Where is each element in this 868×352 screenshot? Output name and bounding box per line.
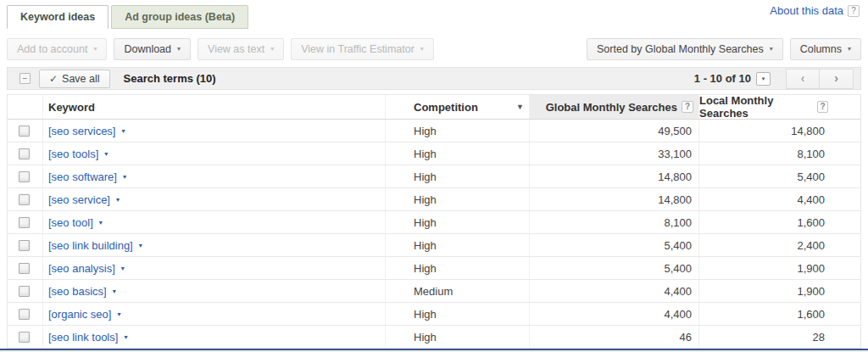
keyword-link[interactable]: [seo service] — [48, 193, 110, 206]
help-icon[interactable]: ? — [817, 101, 828, 113]
row-checkbox[interactable] — [19, 217, 30, 228]
table-row: [seo software]▾ High 14,800 5,400 — [8, 165, 860, 188]
keyword-link[interactable]: [seo link building] — [48, 239, 133, 252]
table-row: [seo link tools]▾ High 46 28 — [8, 326, 860, 349]
header-competition[interactable]: Competition ▼ — [386, 95, 530, 119]
keyword-menu-icon[interactable]: ▾ — [99, 219, 103, 226]
view-as-text-button[interactable]: View as text ▾ — [198, 38, 284, 60]
local-searches-cell: 1,900 — [699, 257, 860, 279]
table-header-row: Keyword Competition ▼ Global Monthly Sea… — [8, 95, 860, 120]
help-icon[interactable]: ? — [682, 101, 693, 113]
keyword-menu-icon[interactable]: ▾ — [113, 288, 116, 295]
row-checkbox[interactable] — [19, 263, 30, 274]
header-competition-label: Competition — [414, 101, 478, 114]
bottom-divider — [0, 349, 868, 352]
keyword-link[interactable]: [seo link tools] — [48, 331, 118, 344]
keyword-link[interactable]: [seo tool] — [48, 216, 93, 229]
columns-button[interactable]: Columns ▾ — [790, 38, 861, 60]
keyword-menu-icon[interactable]: ▾ — [121, 265, 125, 272]
pagination-buttons: ‹ › — [786, 69, 854, 89]
competition-cell: High — [386, 257, 530, 279]
help-icon[interactable]: ? — [848, 5, 860, 17]
competition-cell: Medium — [386, 280, 530, 302]
row-checkbox[interactable] — [19, 240, 30, 251]
keyword-menu-icon[interactable]: ▾ — [104, 150, 108, 158]
keyword-menu-icon[interactable]: ▾ — [121, 127, 125, 135]
competition-cell: High — [386, 303, 530, 325]
table-row: [seo link building]▾ High 5,400 2,400 — [8, 234, 860, 257]
next-page-button[interactable]: › — [820, 69, 854, 89]
chevron-down-icon: ▾ — [270, 46, 274, 53]
local-searches-cell: 4,400 — [699, 188, 860, 210]
pagination: 1 - 10 of 10 ▾ ‹ › — [694, 69, 855, 89]
header-local-label: Local Monthly Searches — [699, 94, 813, 120]
tab-ad-group-ideas[interactable]: Ad group ideas (Beta) — [111, 5, 248, 29]
keyword-menu-icon[interactable]: ▾ — [124, 333, 127, 341]
save-all-button[interactable]: ✓ Save all — [39, 70, 110, 88]
global-searches-cell: 33,100 — [530, 142, 699, 165]
global-searches-cell: 4,400 — [530, 303, 699, 325]
top-tab-bar: Keyword ideas Ad group ideas (Beta) Abou… — [0, 0, 868, 29]
local-searches-cell: 8,100 — [699, 142, 860, 165]
competition-cell: High — [386, 142, 530, 165]
local-searches-cell: 1,900 — [699, 280, 860, 302]
keyword-link[interactable]: [seo tools] — [48, 148, 98, 160]
table-row: [organic seo]▾ High 4,400 1,600 — [8, 303, 860, 326]
keyword-link[interactable]: [seo services] — [48, 125, 115, 137]
keyword-link[interactable]: [seo software] — [48, 170, 117, 183]
competition-cell: High — [386, 188, 530, 210]
competition-cell: High — [386, 211, 530, 233]
row-checkbox[interactable] — [19, 194, 30, 205]
keyword-menu-icon[interactable]: ▾ — [123, 173, 126, 181]
view-in-traffic-estimator-button[interactable]: View in Traffic Estimator ▾ — [291, 38, 434, 60]
sorted-by-label: Sorted by Global Monthly Searches — [597, 43, 764, 55]
collapse-icon[interactable]: − — [19, 73, 31, 84]
header-global-label: Global Monthly Searches — [546, 101, 677, 114]
local-searches-cell: 14,800 — [699, 120, 860, 142]
page-size-dropdown[interactable]: ▾ — [756, 72, 771, 86]
row-checkbox[interactable] — [19, 309, 30, 320]
about-this-data-link[interactable]: About this data — [770, 4, 843, 17]
chevron-down-icon: ▾ — [848, 46, 851, 53]
global-searches-cell: 49,500 — [530, 120, 699, 142]
add-to-account-button[interactable]: Add to account ▾ — [7, 38, 107, 60]
chevron-down-icon: ▾ — [177, 46, 181, 53]
table-row: [seo services]▾ High 49,500 14,800 — [8, 120, 860, 142]
download-button[interactable]: Download ▾ — [114, 38, 191, 60]
save-all-label: Save all — [62, 73, 99, 85]
local-searches-cell: 1,600 — [699, 211, 860, 233]
columns-label: Columns — [800, 43, 842, 55]
table-row: [seo tool]▾ High 8,100 1,600 — [8, 211, 860, 234]
keyword-menu-icon[interactable]: ▾ — [139, 242, 142, 249]
keyword-link[interactable]: [organic seo] — [48, 308, 111, 321]
prev-page-button[interactable]: ‹ — [786, 69, 820, 89]
row-checkbox[interactable] — [19, 148, 30, 159]
keyword-menu-icon[interactable]: ▾ — [117, 310, 120, 318]
sorted-by-button[interactable]: Sorted by Global Monthly Searches ▾ — [587, 38, 783, 60]
chevron-down-icon: ▾ — [93, 46, 97, 53]
header-global-monthly-searches[interactable]: Global Monthly Searches ? — [530, 95, 699, 119]
global-searches-cell: 46 — [530, 326, 699, 348]
search-terms-title: Search terms (10) — [124, 72, 216, 85]
keyword-link[interactable]: [seo analysis] — [48, 262, 115, 275]
row-checkbox[interactable] — [19, 126, 30, 137]
competition-cell: High — [386, 234, 530, 256]
local-searches-cell: 28 — [699, 326, 860, 348]
row-checkbox[interactable] — [19, 171, 30, 182]
global-searches-cell: 5,400 — [530, 234, 699, 256]
pagination-range: 1 - 10 of 10 — [694, 72, 751, 85]
sort-arrow-icon: ▼ — [516, 103, 524, 111]
row-checkbox[interactable] — [19, 332, 30, 343]
global-searches-cell: 8,100 — [530, 211, 699, 233]
keyword-link[interactable]: [seo basics] — [48, 285, 107, 298]
header-checkbox-cell — [8, 95, 43, 119]
header-keyword[interactable]: Keyword — [43, 95, 386, 119]
tabs: Keyword ideas Ad group ideas (Beta) — [0, 0, 868, 29]
local-searches-cell: 1,600 — [699, 303, 860, 325]
global-searches-cell: 5,400 — [530, 257, 699, 279]
row-checkbox[interactable] — [19, 286, 30, 297]
about-this-data: About this data ? — [770, 4, 860, 17]
header-local-monthly-searches[interactable]: Local Monthly Searches ? — [699, 95, 860, 119]
keyword-menu-icon[interactable]: ▾ — [116, 196, 120, 204]
tab-keyword-ideas[interactable]: Keyword ideas — [7, 5, 108, 29]
